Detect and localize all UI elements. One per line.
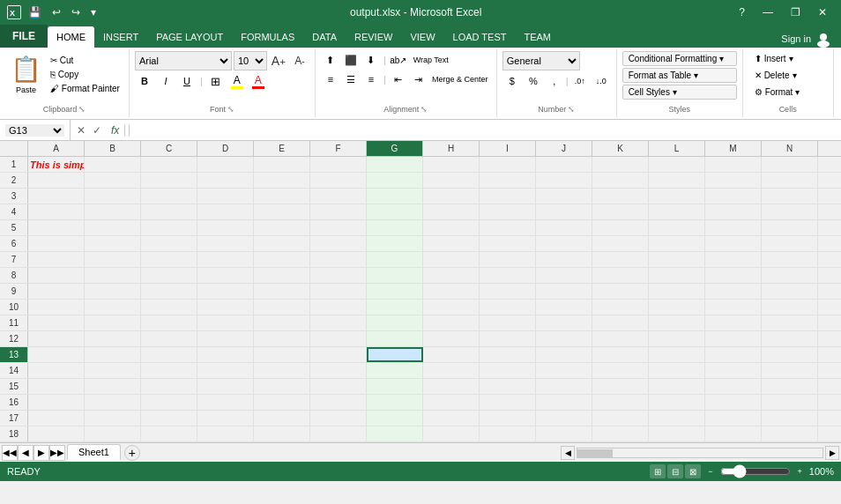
col-header-j[interactable]: J [536, 141, 592, 156]
cell-D10[interactable] [197, 300, 254, 315]
row-number-4[interactable]: 4 [0, 204, 28, 219]
format-painter-button[interactable]: 🖌 Format Painter [47, 82, 123, 95]
cell-F10[interactable] [310, 300, 367, 315]
cell-A12[interactable] [28, 331, 85, 346]
underline-button[interactable]: U [177, 72, 197, 90]
cell-F16[interactable] [310, 395, 367, 410]
cell-J2[interactable] [536, 173, 592, 188]
cell-I4[interactable] [480, 204, 536, 219]
cell-A11[interactable] [28, 315, 85, 330]
row-number-16[interactable]: 16 [0, 395, 28, 410]
cell-B12[interactable] [85, 331, 141, 346]
cell-K16[interactable] [592, 395, 649, 410]
page-break-view-btn[interactable]: ⊠ [685, 464, 701, 478]
redo-btn[interactable]: ↪ [68, 4, 84, 20]
comma-btn[interactable]: , [545, 72, 564, 90]
cell-J8[interactable] [536, 268, 592, 283]
cell-A2[interactable] [28, 173, 85, 188]
cell-K1[interactable] [592, 157, 649, 172]
cell-N3[interactable] [762, 189, 818, 204]
cell-I7[interactable] [480, 252, 536, 267]
cell-M18[interactable] [705, 426, 762, 441]
cell-N1[interactable] [762, 157, 818, 172]
cell-J7[interactable] [536, 252, 592, 267]
cell-M10[interactable] [705, 300, 762, 315]
cell-K6[interactable] [592, 236, 649, 251]
cell-I17[interactable] [480, 411, 536, 426]
cell-F2[interactable] [310, 173, 367, 188]
row-number-8[interactable]: 8 [0, 268, 28, 283]
cell-N5[interactable] [762, 220, 818, 235]
cell-I16[interactable] [480, 395, 536, 410]
cell-J9[interactable] [536, 284, 592, 299]
cell-H17[interactable] [423, 411, 480, 426]
cell-G9[interactable] [367, 284, 423, 299]
italic-button[interactable]: I [156, 72, 175, 90]
sheet-nav-first[interactable]: ◀◀ [2, 445, 18, 461]
cell-A16[interactable] [28, 395, 85, 410]
cell-C5[interactable] [141, 220, 197, 235]
cell-B14[interactable] [85, 363, 141, 378]
cell-C18[interactable] [141, 426, 197, 441]
cell-F11[interactable] [310, 315, 367, 330]
cell-H2[interactable] [423, 173, 480, 188]
cell-M12[interactable] [705, 331, 762, 346]
cell-L1[interactable] [649, 157, 705, 172]
cell-L12[interactable] [649, 331, 705, 346]
cell-B5[interactable] [85, 220, 141, 235]
dec-indent-btn[interactable]: ⇤ [389, 70, 408, 88]
cell-I18[interactable] [480, 426, 536, 441]
cell-K8[interactable] [592, 268, 649, 283]
cell-K12[interactable] [592, 331, 649, 346]
cell-G8[interactable] [367, 268, 423, 283]
col-header-k[interactable]: K [592, 141, 649, 156]
cell-E4[interactable] [254, 204, 310, 219]
cell-G17[interactable] [367, 411, 423, 426]
cell-D12[interactable] [197, 331, 254, 346]
cell-M17[interactable] [705, 411, 762, 426]
cell-M6[interactable] [705, 236, 762, 251]
cell-K15[interactable] [592, 379, 649, 394]
cell-B11[interactable] [85, 315, 141, 330]
cell-H4[interactable] [423, 204, 480, 219]
row-number-14[interactable]: 14 [0, 363, 28, 378]
bold-button[interactable]: B [135, 72, 154, 90]
cell-F14[interactable] [310, 363, 367, 378]
cell-C1[interactable] [141, 157, 197, 172]
cell-L3[interactable] [649, 189, 705, 204]
cell-A3[interactable] [28, 189, 85, 204]
alignment-expand-icon[interactable]: ⤡ [420, 105, 428, 114]
cell-J12[interactable] [536, 331, 592, 346]
col-header-l[interactable]: L [649, 141, 705, 156]
cell-F8[interactable] [310, 268, 367, 283]
cancel-formula-btn[interactable]: ✕ [74, 124, 88, 137]
cell-J4[interactable] [536, 204, 592, 219]
cell-N11[interactable] [762, 315, 818, 330]
cell-ref-select[interactable]: G13 [5, 124, 64, 137]
cell-L11[interactable] [649, 315, 705, 330]
tab-insert[interactable]: INSERT [94, 26, 147, 48]
tab-data[interactable]: DATA [303, 26, 346, 48]
cell-I5[interactable] [480, 220, 536, 235]
cell-B10[interactable] [85, 300, 141, 315]
cell-I10[interactable] [480, 300, 536, 315]
cell-C3[interactable] [141, 189, 197, 204]
cell-L6[interactable] [649, 236, 705, 251]
page-layout-view-btn[interactable]: ⊟ [667, 464, 683, 478]
cell-H12[interactable] [423, 331, 480, 346]
tab-formulas[interactable]: FORMULAS [232, 26, 303, 48]
cell-M7[interactable] [705, 252, 762, 267]
cell-L15[interactable] [649, 379, 705, 394]
cell-G10[interactable] [367, 300, 423, 315]
cell-A18[interactable] [28, 426, 85, 441]
cell-D8[interactable] [197, 268, 254, 283]
cell-L4[interactable] [649, 204, 705, 219]
copy-button[interactable]: ⎘ Copy [47, 68, 123, 81]
cell-K2[interactable] [592, 173, 649, 188]
cell-N8[interactable] [762, 268, 818, 283]
fill-color-button[interactable]: A [227, 72, 247, 90]
h-scrollbar-track[interactable] [577, 448, 823, 458]
cell-C6[interactable] [141, 236, 197, 251]
cell-D3[interactable] [197, 189, 254, 204]
wrap-text-btn[interactable]: Wrap Text [409, 51, 453, 69]
